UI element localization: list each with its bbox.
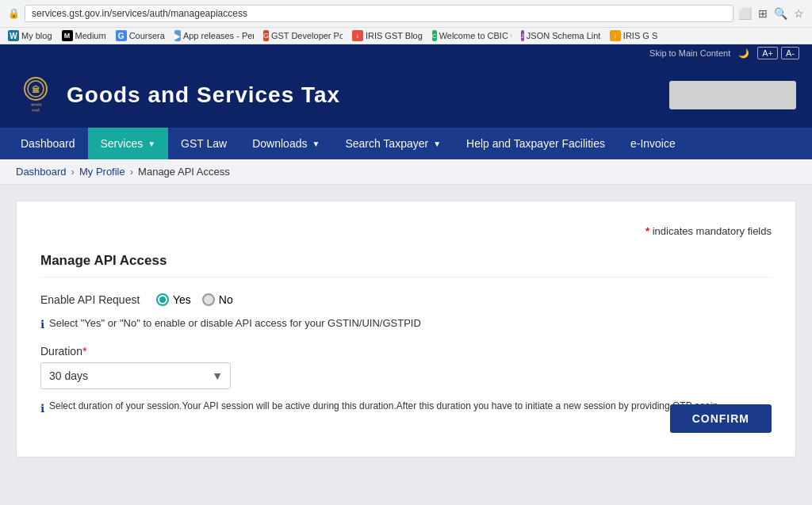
bookmark-icon-medium: M <box>62 30 73 41</box>
section-title: Manage API Access <box>40 253 772 277</box>
api-info-text-row: ℹ Select "Yes" or "No" to enable or disa… <box>40 317 772 331</box>
radio-no-circle[interactable] <box>202 293 215 306</box>
bookmark-icon-gstdev: G <box>263 30 269 41</box>
content-wrapper: * indicates mandatory fields Manage API … <box>0 185 812 502</box>
lock-icon: 🔒 <box>8 8 20 19</box>
emblem-logo: 🏛 सत्यमेव जयते <box>16 73 56 117</box>
bookmark-icon-irisgs: I <box>610 30 621 41</box>
bookmark-icon-irisgst: i <box>352 30 363 41</box>
mandatory-note: * indicates mandatory fields <box>40 225 772 237</box>
search-browser-icon: 🔍 <box>774 7 787 20</box>
nav-downloads-label: Downloads <box>252 137 307 150</box>
bookmark-label-medium: Medium <box>75 31 106 40</box>
content-card: * indicates mandatory fields Manage API … <box>16 201 796 457</box>
bookmark-icon-cbic: C <box>432 30 437 41</box>
skip-to-main-link[interactable]: Skip to Main Content <box>649 48 730 58</box>
bookmark-medium[interactable]: M Medium <box>62 30 106 41</box>
nav-helpfacilities-label: Help and Taxpayer Facilities <box>466 137 605 150</box>
nav-einvoice-label: e-Invoice <box>630 137 676 150</box>
bookmark-irisgst[interactable]: i IRIS GST Blog <box>352 30 423 41</box>
nav-downloads[interactable]: Downloads ▼ <box>239 128 332 159</box>
confirm-button[interactable]: CONFIRM <box>670 404 772 433</box>
duration-field-label: Duration* <box>40 345 772 358</box>
font-decrease-button[interactable]: A- <box>781 47 799 59</box>
breadcrumb-sep-2: › <box>130 166 133 178</box>
bookmark-label-coursera: Coursera <box>129 31 165 40</box>
address-bar[interactable]: services.gst.gov.in/services/auth/manage… <box>25 5 733 22</box>
bookmark-coursera[interactable]: G Coursera <box>116 30 165 41</box>
bookmark-label-gstdev: GST Developer Port... <box>271 31 343 40</box>
nav-services-arrow: ▼ <box>147 140 155 148</box>
radio-yes-label: Yes <box>173 293 191 306</box>
bookmark-label-irisgst: IRIS GST Blog <box>366 31 423 40</box>
bookmark-appreleases[interactable]: ▶ App releases - Peri... <box>174 30 254 41</box>
radio-yes-circle[interactable] <box>156 293 169 306</box>
bookmark-irisgs[interactable]: I IRIS G S <box>610 30 657 41</box>
duration-required-mark: * <box>82 345 86 358</box>
nav-einvoice[interactable]: e-Invoice <box>618 128 688 159</box>
bookmark-label-myblog: My blog <box>21 31 52 40</box>
info-icon: ℹ <box>40 318 44 331</box>
bookmark-label-cbic: Welcome to CBIC G... <box>439 31 511 40</box>
nav-dashboard[interactable]: Dashboard <box>8 128 88 159</box>
breadcrumb-dashboard[interactable]: Dashboard <box>16 166 67 178</box>
bookmark-icon-json: J <box>521 30 524 41</box>
nav-services-label: Services <box>101 137 144 150</box>
svg-text:सत्यमेव: सत्यमेव <box>30 102 42 107</box>
bookmark-gstdev[interactable]: G GST Developer Port... <box>263 30 343 41</box>
bookmark-icon-coursera: G <box>116 30 127 41</box>
duration-info-text: Select duration of your session.Your API… <box>49 399 720 414</box>
duration-info-icon: ℹ <box>40 400 44 417</box>
breadcrumb-sep-1: › <box>71 166 75 178</box>
apps-icon: ⊞ <box>758 7 768 20</box>
site-title: Goods and Services Tax <box>67 82 340 108</box>
bookmark-json[interactable]: J JSON Schema Lint :... <box>521 30 600 41</box>
radio-no-option[interactable]: No <box>202 293 233 306</box>
nav-searchtaxpayer-arrow: ▼ <box>433 140 441 148</box>
font-size-controls: A+ A- <box>757 47 799 59</box>
mandatory-text: indicates mandatory fields <box>653 225 772 237</box>
bookmark-icon-appreleases: ▶ <box>174 30 181 41</box>
api-info-text: Select "Yes" or "No" to enable or disabl… <box>49 317 421 329</box>
bookmarks-bar: W My blog M Medium G Coursera ▶ App rele… <box>0 28 812 44</box>
site-header: 🏛 सत्यमेव जयते Goods and Services Tax <box>0 62 812 128</box>
bookmark-label-json: JSON Schema Lint :... <box>527 31 600 40</box>
radio-yes-option[interactable]: Yes <box>156 293 191 306</box>
main-nav: Dashboard Services ▼ GST Law Downloads ▼… <box>0 128 812 159</box>
nav-services[interactable]: Services ▼ <box>88 128 169 159</box>
duration-select[interactable]: 30 days 60 days 90 days <box>40 362 231 389</box>
bookmark-star-icon: ☆ <box>794 7 804 20</box>
enable-api-label: Enable API Request <box>40 293 144 306</box>
duration-label-text: Duration <box>40 345 82 358</box>
browser-icons: ⬜ ⊞ 🔍 ☆ <box>738 7 804 20</box>
duration-section: Duration* 30 days 60 days 90 days ▼ ℹ Se… <box>40 345 772 417</box>
enable-api-row: Enable API Request Yes No <box>40 293 772 306</box>
font-increase-button[interactable]: A+ <box>757 47 778 59</box>
bookmark-icon-myblog: W <box>8 30 19 41</box>
duration-info-note: ℹ Select duration of your session.Your A… <box>40 399 772 417</box>
nav-helpfacilities[interactable]: Help and Taxpayer Facilities <box>454 128 618 159</box>
nav-gstlaw[interactable]: GST Law <box>168 128 239 159</box>
radio-group-enable: Yes No <box>156 293 233 306</box>
bookmark-cbic[interactable]: C Welcome to CBIC G... <box>432 30 511 41</box>
nav-dashboard-label: Dashboard <box>21 137 75 150</box>
bookmark-label-irisgs: IRIS G S <box>623 31 657 40</box>
breadcrumb-current: Manage API Access <box>138 166 230 178</box>
moon-icon: 🌙 <box>738 48 749 59</box>
nav-downloads-arrow: ▼ <box>312 140 320 148</box>
nav-searchtaxpayer-label: Search Taxpayer <box>345 137 428 150</box>
header-search-box[interactable] <box>669 81 796 109</box>
nav-searchtaxpayer[interactable]: Search Taxpayer ▼ <box>332 128 454 159</box>
screenshot-icon: ⬜ <box>738 7 752 20</box>
radio-no-label: No <box>219 293 233 306</box>
utility-bar: Skip to Main Content 🌙 A+ A- <box>0 44 812 62</box>
breadcrumb-myprofile[interactable]: My Profile <box>79 166 125 178</box>
svg-text:जयते: जयते <box>31 108 40 113</box>
breadcrumb: Dashboard › My Profile › Manage API Acce… <box>0 159 812 185</box>
mandatory-asterisk: * <box>645 225 649 237</box>
bookmark-myblog[interactable]: W My blog <box>8 30 52 41</box>
address-text: services.gst.gov.in/services/auth/manage… <box>32 8 247 19</box>
bookmark-label-appreleases: App releases - Peri... <box>183 31 254 40</box>
browser-bar: 🔒 services.gst.gov.in/services/auth/mana… <box>0 0 812 28</box>
logo-area: 🏛 सत्यमेव जयते Goods and Services Tax <box>16 73 340 117</box>
